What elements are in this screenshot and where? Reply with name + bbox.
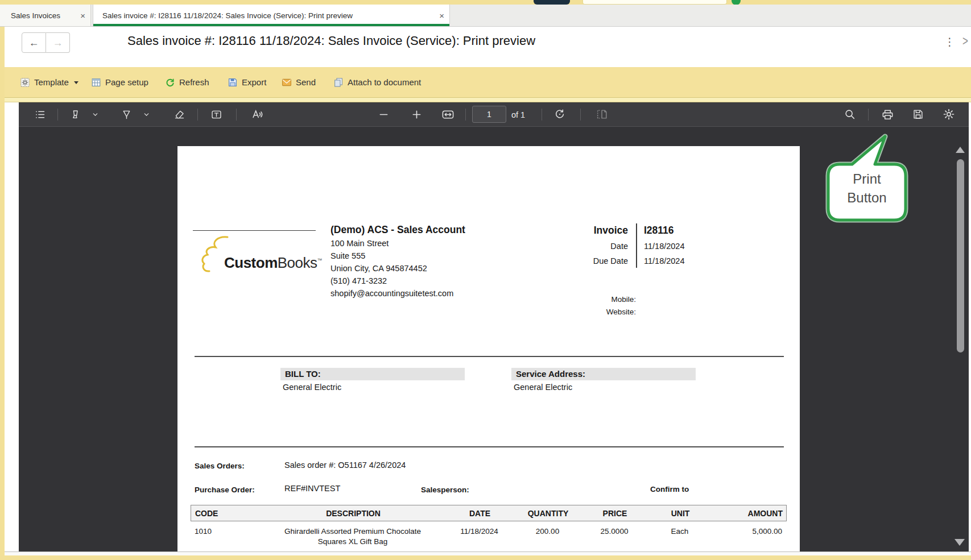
- print-icon[interactable]: [880, 107, 895, 122]
- forward-button[interactable]: →: [46, 32, 70, 53]
- toolbar-divider: [465, 109, 466, 121]
- tab-sales-invoices[interactable]: Sales Invoices ×: [0, 5, 91, 26]
- refresh-icon: [165, 77, 175, 88]
- page-count-label: of 1: [511, 102, 525, 127]
- col-header-date: DATE: [447, 509, 513, 518]
- callout-line-2: Button: [828, 188, 906, 207]
- service-address-band: Service Address:: [511, 368, 696, 380]
- print-callout-text: Print Button: [828, 169, 906, 207]
- invoice-number: I28116: [644, 225, 674, 237]
- company-name: (Demo) ACS - Sales Account: [330, 224, 465, 236]
- confirm-to-label: Confirm to: [650, 485, 689, 493]
- invoice-date: 11/18/2024: [644, 242, 685, 251]
- back-button[interactable]: ←: [22, 32, 46, 53]
- section-divider: [195, 356, 784, 357]
- tab-close-icon[interactable]: ×: [439, 11, 444, 20]
- purchase-order-value: REF#INVTEST: [284, 484, 340, 493]
- company-address: 100 Main Street Suite 555 Union City, CA…: [330, 237, 453, 300]
- active-tab-indicator: [93, 24, 449, 26]
- page-view-icon[interactable]: [594, 107, 609, 122]
- logo-wordmark: CustomBooks™: [224, 254, 322, 272]
- logo-books: Books: [278, 254, 317, 271]
- tab-label: Sales invoice #: I28116 11/18/2024: Sale…: [102, 11, 353, 20]
- cell-price: 25.0000: [583, 526, 646, 537]
- invoice-label: Invoice: [560, 225, 628, 237]
- divider-band: [5, 98, 971, 102]
- col-header-price: PRICE: [584, 509, 646, 518]
- export-button[interactable]: Export: [228, 67, 266, 97]
- scrollbar-down-arrow[interactable]: [955, 539, 965, 546]
- save-icon[interactable]: [911, 107, 925, 122]
- service-address-label: Service Address:: [514, 368, 585, 380]
- thumbnails-panel-icon[interactable]: [32, 107, 47, 122]
- cell-description: Ghirardelli Assorted Premium Chocolate S…: [259, 526, 447, 547]
- col-header-quantity: QUANTITY: [513, 509, 584, 518]
- zoom-out-icon[interactable]: [376, 107, 391, 122]
- website-label: Website:: [568, 308, 636, 316]
- pdf-toolbar: 1 of 1: [19, 102, 969, 127]
- zoom-in-icon[interactable]: [409, 107, 424, 122]
- page-setup-button[interactable]: Page setup: [91, 67, 148, 97]
- settings-gear-icon[interactable]: [941, 107, 956, 122]
- service-address-value: General Electric: [514, 383, 572, 392]
- fit-to-width-icon[interactable]: [440, 107, 455, 122]
- tab-bar: Sales Invoices × Sales invoice #: I28116…: [0, 5, 971, 27]
- panel-chevron-icon[interactable]: >: [962, 34, 968, 49]
- page-header: ← → Sales invoice #: I28116 11/18/2024: …: [5, 27, 971, 67]
- tab-print-preview[interactable]: Sales invoice #: I28116 11/18/2024: Sale…: [93, 5, 450, 26]
- page-number-input[interactable]: 1: [472, 106, 506, 123]
- purchase-order-label: Purchase Order:: [195, 486, 255, 494]
- history-nav: ← →: [22, 32, 70, 53]
- table-header-row: CODE DESCRIPTION DATE QUANTITY PRICE UNI…: [191, 505, 787, 521]
- table-row: 1010 Ghirardelli Assorted Premium Chocol…: [191, 526, 787, 547]
- text-box-icon[interactable]: [209, 107, 224, 122]
- app-window: { "shell": { "close_glyph": "×", "tabs":…: [0, 0, 971, 560]
- pen-chevron-icon[interactable]: [142, 107, 151, 122]
- highlighter-chevron-icon[interactable]: [90, 107, 100, 122]
- cell-amount: 5,000.00: [714, 526, 787, 537]
- col-header-description: DESCRIPTION: [259, 509, 447, 518]
- send-envelope-icon: [282, 77, 292, 88]
- pen-icon[interactable]: [119, 107, 134, 122]
- command-bar: Template Page setup Refresh Export Send: [5, 67, 971, 97]
- page-setup-table-icon: [91, 77, 101, 88]
- browser-tab-stub: [534, 0, 570, 5]
- bill-to-band: BILL TO:: [280, 368, 465, 380]
- page-setup-label: Page setup: [105, 77, 148, 87]
- sales-orders-value: Sales order #: O51167 4/26/2024: [284, 461, 406, 470]
- forward-arrow-icon: →: [53, 37, 63, 49]
- cell-unit: Each: [646, 526, 714, 537]
- template-gear-icon: [20, 77, 30, 88]
- bill-to-label: BILL TO:: [283, 368, 321, 380]
- logo-top-rule: [193, 230, 316, 231]
- scrollbar-thumb[interactable]: [957, 159, 964, 352]
- more-options-icon[interactable]: ⋮: [944, 34, 955, 50]
- refresh-button[interactable]: Refresh: [165, 67, 209, 97]
- toolbar-divider: [236, 109, 237, 121]
- toolbar-divider: [542, 109, 542, 121]
- page-title: Sales invoice #: I28116 11/18/2024: Sale…: [127, 34, 535, 48]
- export-save-icon: [228, 77, 238, 88]
- cell-code: 1010: [191, 526, 259, 537]
- invoice-page: CustomBooks™ (Demo) ACS - Sales Account …: [177, 146, 800, 551]
- scrollbar-up-arrow[interactable]: [956, 147, 965, 153]
- send-button[interactable]: Send: [282, 67, 316, 97]
- template-button[interactable]: Template: [20, 67, 78, 97]
- meta-rule: [636, 223, 637, 268]
- read-aloud-icon[interactable]: [250, 107, 265, 122]
- sales-orders-label: Sales Orders:: [195, 462, 245, 470]
- toolbar-divider: [868, 109, 869, 121]
- toolbar-divider: [197, 109, 198, 121]
- logo-tm: ™: [317, 258, 323, 263]
- tab-label: Sales Invoices: [11, 11, 60, 20]
- highlighter-icon[interactable]: [68, 107, 82, 122]
- col-header-amount: AMOUNT: [714, 509, 787, 518]
- tab-close-icon[interactable]: ×: [80, 11, 85, 20]
- callout-line-1: Print: [828, 169, 906, 188]
- attach-to-document-button[interactable]: Attach to document: [333, 67, 421, 97]
- date-label: Date: [560, 242, 628, 251]
- rotate-icon[interactable]: [552, 107, 567, 122]
- search-icon[interactable]: [842, 107, 857, 122]
- toolbar-divider: [57, 109, 58, 121]
- eraser-icon[interactable]: [172, 107, 187, 122]
